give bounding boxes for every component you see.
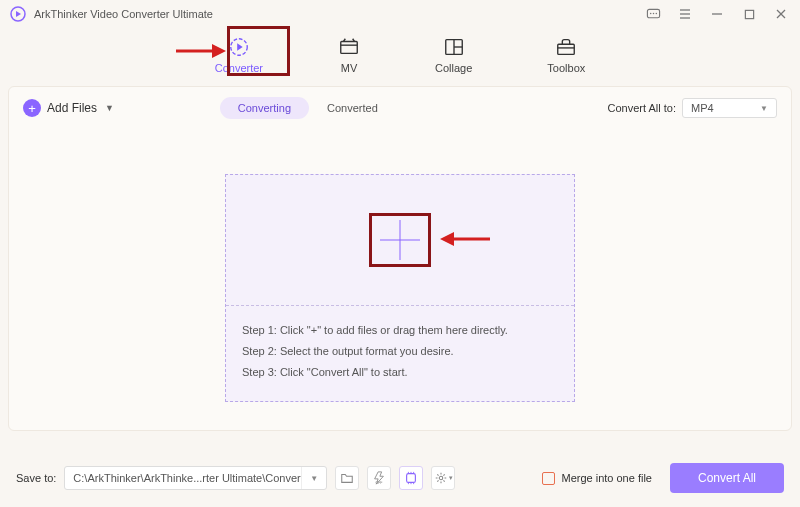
svg-marker-1 bbox=[16, 11, 21, 17]
toolbox-icon bbox=[555, 36, 577, 58]
svg-point-4 bbox=[652, 12, 654, 14]
checkbox-icon bbox=[542, 472, 555, 485]
step-3: Step 3: Click "Convert All" to start. bbox=[242, 362, 558, 383]
tab-converter[interactable]: Converter bbox=[205, 32, 273, 78]
save-path-value: C:\ArkThinker\ArkThinke...rter Ultimate\… bbox=[65, 472, 301, 484]
settings-button[interactable]: ▾ bbox=[431, 466, 455, 490]
add-files-button[interactable]: + Add Files ▼ bbox=[23, 99, 114, 117]
tab-label: MV bbox=[341, 62, 358, 74]
merge-label: Merge into one file bbox=[561, 472, 652, 484]
main-tabs: Converter MV Collage Toolbox bbox=[0, 28, 800, 86]
merge-checkbox[interactable]: Merge into one file bbox=[542, 472, 652, 485]
svg-text:OFF: OFF bbox=[376, 481, 383, 485]
svg-point-5 bbox=[655, 12, 657, 14]
status-segmented: Converting Converted bbox=[220, 97, 396, 119]
convert-all-to: Convert All to: MP4 ▼ bbox=[608, 98, 777, 118]
step-2: Step 2: Select the output format you des… bbox=[242, 341, 558, 362]
segment-converted[interactable]: Converted bbox=[309, 97, 396, 119]
dropzone-top[interactable] bbox=[226, 175, 574, 305]
tutorial-highlight-plus bbox=[369, 213, 431, 267]
close-icon[interactable] bbox=[772, 5, 790, 23]
svg-rect-22 bbox=[558, 44, 575, 54]
main-panel: + Add Files ▼ Converting Converted Conve… bbox=[8, 86, 792, 431]
mv-icon bbox=[338, 36, 360, 58]
step-1: Step 1: Click "+" to add files or drag t… bbox=[242, 320, 558, 341]
tab-label: Toolbox bbox=[547, 62, 585, 74]
save-path-dropdown[interactable]: ▼ bbox=[301, 467, 326, 489]
minimize-icon[interactable] bbox=[708, 5, 726, 23]
dropzone[interactable]: Step 1: Click "+" to add files or drag t… bbox=[225, 174, 575, 402]
svg-rect-26 bbox=[407, 474, 416, 483]
svg-point-33 bbox=[439, 476, 443, 480]
high-speed-toggle[interactable]: OFF bbox=[367, 466, 391, 490]
gpu-accel-button[interactable] bbox=[399, 466, 423, 490]
chevron-down-icon: ▼ bbox=[760, 104, 768, 113]
chevron-down-icon: ▼ bbox=[105, 103, 114, 113]
plus-icon: + bbox=[23, 99, 41, 117]
title-bar: ArkThinker Video Converter Ultimate bbox=[0, 0, 800, 28]
open-folder-button[interactable] bbox=[335, 466, 359, 490]
converter-icon bbox=[228, 36, 250, 58]
save-path-box: C:\ArkThinker\ArkThinke...rter Ultimate\… bbox=[64, 466, 327, 490]
tab-toolbox[interactable]: Toolbox bbox=[537, 32, 595, 78]
footer: Save to: C:\ArkThinker\ArkThinke...rter … bbox=[0, 451, 800, 507]
tab-mv[interactable]: MV bbox=[328, 32, 370, 78]
maximize-icon[interactable] bbox=[740, 5, 758, 23]
convert-all-button[interactable]: Convert All bbox=[670, 463, 784, 493]
feedback-icon[interactable] bbox=[644, 5, 662, 23]
tab-label: Collage bbox=[435, 62, 472, 74]
tab-collage[interactable]: Collage bbox=[425, 32, 482, 78]
app-title: ArkThinker Video Converter Ultimate bbox=[34, 8, 644, 20]
svg-rect-15 bbox=[341, 42, 358, 54]
menu-icon[interactable] bbox=[676, 5, 694, 23]
convert-all-to-label: Convert All to: bbox=[608, 102, 676, 114]
output-format-select[interactable]: MP4 ▼ bbox=[682, 98, 777, 118]
segment-converting[interactable]: Converting bbox=[220, 97, 309, 119]
svg-point-3 bbox=[649, 12, 651, 14]
svg-marker-14 bbox=[237, 43, 243, 50]
format-value: MP4 bbox=[691, 102, 714, 114]
tab-label: Converter bbox=[215, 62, 263, 74]
add-files-label: Add Files bbox=[47, 101, 97, 115]
app-logo-icon bbox=[10, 6, 26, 22]
svg-rect-10 bbox=[745, 10, 753, 18]
steps-text: Step 1: Click "+" to add files or drag t… bbox=[226, 306, 574, 401]
collage-icon bbox=[443, 36, 465, 58]
save-to-label: Save to: bbox=[16, 472, 56, 484]
toolbar: + Add Files ▼ Converting Converted Conve… bbox=[23, 97, 777, 119]
